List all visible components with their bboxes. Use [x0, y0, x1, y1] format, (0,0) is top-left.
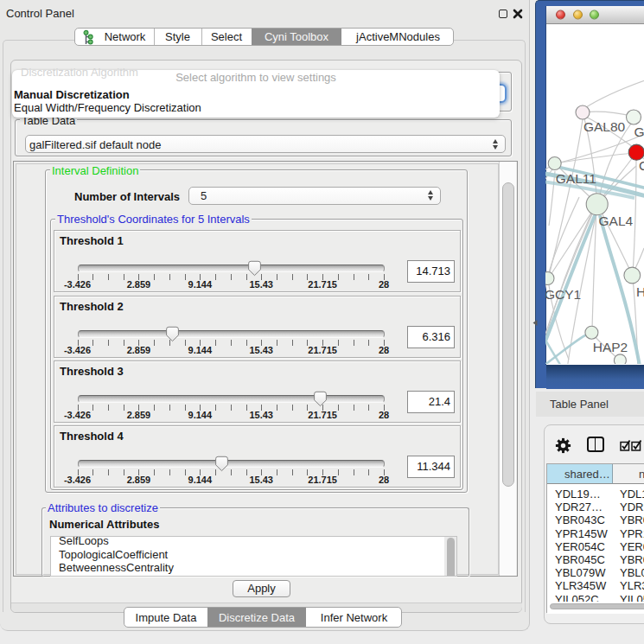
svg-text:GAL80: GAL80	[583, 119, 626, 134]
svg-text:GA: GA	[634, 124, 644, 139]
svg-text:H: H	[636, 284, 644, 299]
svg-text:GAL4: GAL4	[599, 214, 634, 228]
svg-text:GCY1: GCY1	[545, 287, 581, 302]
svg-text:C: C	[639, 158, 644, 173]
svg-text:HAP2: HAP2	[593, 340, 628, 354]
svg-text:GAL11: GAL11	[556, 171, 596, 186]
